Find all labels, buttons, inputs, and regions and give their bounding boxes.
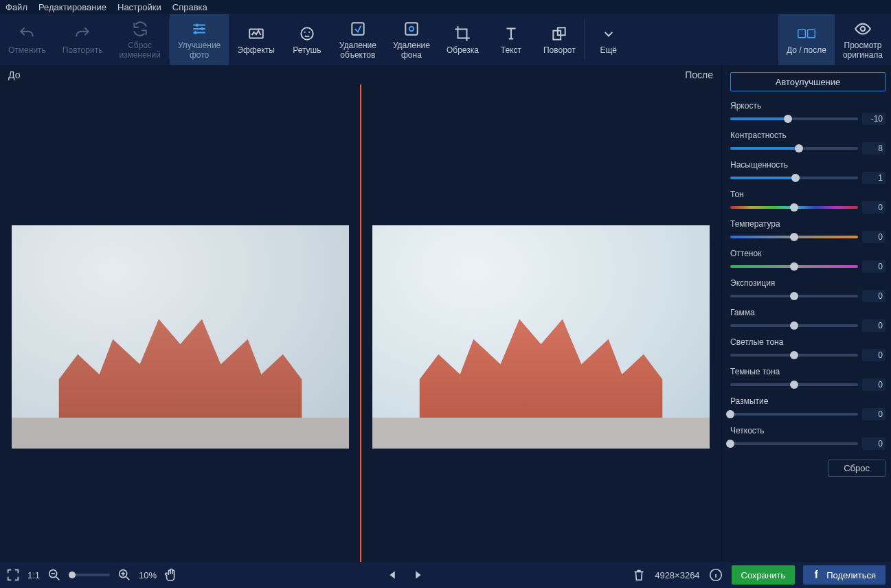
slider-track[interactable] bbox=[730, 206, 858, 209]
crop-icon bbox=[453, 25, 471, 43]
canvas-area: До После bbox=[0, 65, 721, 562]
remove-bg-label: Удалениефона bbox=[393, 41, 430, 60]
slider-track[interactable] bbox=[730, 324, 858, 327]
slider-value[interactable]: 0 bbox=[862, 378, 886, 391]
undo-label: Отменить bbox=[8, 45, 46, 55]
auto-enhance-button[interactable]: Автоулучшение bbox=[730, 72, 886, 91]
chevron-down-icon bbox=[600, 25, 618, 43]
reset-changes-button[interactable]: Сбросизменений bbox=[111, 14, 168, 65]
reset-sliders-button[interactable]: Сброс bbox=[828, 460, 886, 477]
slider-thumb[interactable] bbox=[795, 144, 803, 152]
slider-value[interactable]: 0 bbox=[862, 290, 886, 302]
slider-value[interactable]: 0 bbox=[862, 319, 886, 332]
slider-value[interactable]: 0 bbox=[862, 260, 886, 273]
effects-tab[interactable]: Эффекты bbox=[229, 14, 283, 65]
view-original-button[interactable]: Просмотроригинала bbox=[835, 14, 891, 65]
slider-track[interactable] bbox=[730, 295, 858, 297]
slider-track[interactable] bbox=[730, 413, 858, 416]
retouch-tab[interactable]: Ретушь bbox=[283, 14, 331, 65]
menu-help[interactable]: Справка bbox=[172, 2, 207, 12]
slider-thumb[interactable] bbox=[784, 115, 792, 123]
slider-thumb[interactable] bbox=[790, 203, 798, 212]
menu-file[interactable]: Файл bbox=[5, 2, 27, 12]
slider-label: Тон bbox=[730, 190, 886, 199]
slider-Контрастность: Контрастность8 bbox=[730, 131, 886, 155]
reset-icon bbox=[131, 20, 149, 38]
share-button[interactable]: Поделиться bbox=[803, 565, 886, 585]
slider-value[interactable]: 8 bbox=[862, 142, 886, 155]
slider-Размытие: Размытие0 bbox=[730, 396, 886, 420]
slider-value[interactable]: -10 bbox=[862, 113, 886, 125]
slider-label: Оттенок bbox=[730, 249, 886, 258]
slider-thumb[interactable] bbox=[790, 292, 798, 300]
text-tab[interactable]: Текст bbox=[487, 14, 535, 65]
sliders-icon bbox=[190, 20, 208, 38]
slider-thumb[interactable] bbox=[790, 262, 798, 271]
slider-label: Контрастность bbox=[730, 131, 886, 140]
hand-tool-button[interactable] bbox=[163, 567, 179, 583]
enhance-tab[interactable]: Улучшениефото bbox=[170, 14, 229, 65]
eye-icon bbox=[854, 20, 872, 38]
zoom-in-button[interactable] bbox=[117, 567, 132, 583]
slider-Гамма: Гамма0 bbox=[730, 308, 886, 332]
compare-divider[interactable] bbox=[360, 84, 361, 562]
toolbar: Отменить Повторить Сбросизменений Улучше… bbox=[0, 14, 891, 65]
save-button[interactable]: Сохранить bbox=[732, 565, 796, 585]
remove-objects-tab[interactable]: Удалениеобъектов bbox=[331, 14, 385, 65]
slider-value[interactable]: 0 bbox=[862, 201, 886, 214]
slider-value[interactable]: 0 bbox=[862, 438, 886, 450]
slider-thumb[interactable] bbox=[726, 410, 734, 418]
share-label: Поделиться bbox=[826, 570, 876, 580]
slider-track[interactable] bbox=[730, 236, 858, 238]
before-after-button[interactable]: До / после bbox=[778, 14, 835, 65]
menu-edit[interactable]: Редактирование bbox=[38, 2, 106, 12]
slider-value[interactable]: 0 bbox=[862, 408, 886, 420]
face-icon bbox=[298, 25, 316, 43]
undo-button[interactable]: Отменить bbox=[0, 14, 54, 65]
redo-button[interactable]: Повторить bbox=[54, 14, 111, 65]
rotate-tab[interactable]: Поворот bbox=[535, 14, 584, 65]
slider-thumb[interactable] bbox=[790, 233, 798, 241]
slider-thumb[interactable] bbox=[726, 440, 734, 448]
slider-track[interactable] bbox=[730, 265, 858, 268]
crop-tab[interactable]: Обрезка bbox=[438, 14, 487, 65]
slider-track[interactable] bbox=[730, 383, 858, 386]
prev-image-button[interactable] bbox=[385, 567, 401, 583]
rotate-icon bbox=[550, 25, 568, 43]
redo-icon bbox=[74, 25, 91, 43]
info-button[interactable] bbox=[708, 567, 723, 583]
slider-track[interactable] bbox=[730, 117, 858, 120]
fullscreen-button[interactable] bbox=[5, 567, 21, 583]
slider-value[interactable]: 0 bbox=[862, 349, 886, 361]
zoom-slider[interactable] bbox=[69, 574, 110, 576]
remove-bg-tab[interactable]: Удалениефона bbox=[385, 14, 438, 65]
slider-thumb[interactable] bbox=[790, 381, 798, 389]
zoom-out-button[interactable] bbox=[47, 567, 62, 583]
slider-track[interactable] bbox=[730, 442, 858, 445]
slider-thumb[interactable] bbox=[790, 321, 798, 330]
slider-track[interactable] bbox=[730, 147, 858, 150]
ratio-button[interactable]: 1:1 bbox=[27, 570, 40, 580]
slider-value[interactable]: 1 bbox=[862, 172, 886, 184]
after-label: После bbox=[685, 69, 713, 80]
image-dimensions: 4928×3264 bbox=[655, 570, 699, 580]
next-image-button[interactable] bbox=[410, 567, 425, 583]
slider-value[interactable]: 0 bbox=[862, 231, 886, 243]
menu-settings[interactable]: Настройки bbox=[117, 2, 161, 12]
slider-label: Экспозиция bbox=[730, 278, 886, 288]
before-after-label: До / после bbox=[787, 45, 826, 55]
slider-track[interactable] bbox=[730, 177, 858, 179]
remove-objects-label: Удалениеобъектов bbox=[339, 41, 376, 60]
more-button[interactable]: Ещё bbox=[585, 14, 633, 65]
slider-thumb[interactable] bbox=[790, 351, 798, 359]
svg-point-9 bbox=[409, 26, 414, 31]
slider-track[interactable] bbox=[730, 354, 858, 357]
slider-label: Насыщенность bbox=[730, 160, 886, 170]
before-image[interactable] bbox=[12, 225, 349, 449]
text-label: Текст bbox=[501, 45, 521, 55]
slider-thumb[interactable] bbox=[791, 174, 800, 182]
delete-button[interactable] bbox=[631, 567, 646, 583]
after-image[interactable] bbox=[372, 225, 710, 449]
svg-rect-11 bbox=[558, 27, 565, 35]
reset-label: Сбросизменений bbox=[119, 41, 160, 60]
